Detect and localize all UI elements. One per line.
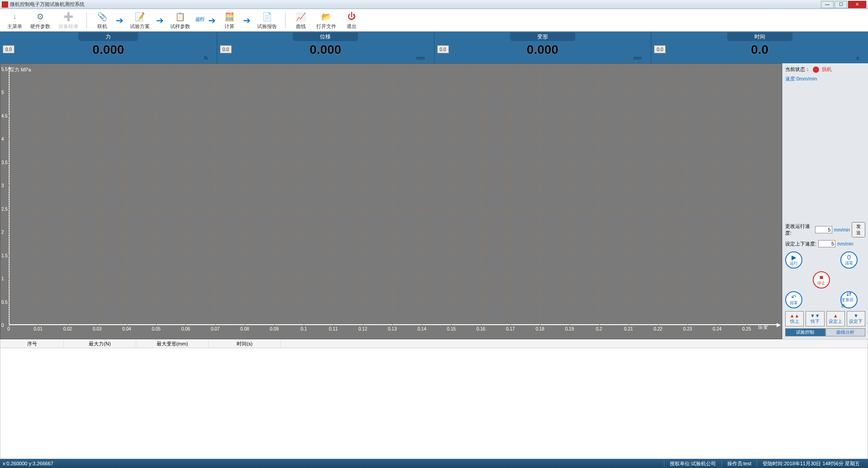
offline-icon (813, 66, 819, 73)
fast-up-button[interactable]: ▲▲快上 (785, 311, 804, 326)
x-tick: 0.21 (624, 326, 633, 331)
data-table-body[interactable] (0, 348, 868, 459)
exit-icon: ⏻ (346, 11, 358, 23)
readout-time-peak[interactable]: 0.0 (654, 45, 666, 53)
maximize-button[interactable]: ☐ (835, 1, 847, 8)
col-max-deform[interactable]: 最大变形(mm) (136, 340, 209, 348)
main-area: ▲ 应力 MPa ▶ 应变 00.511.522.533.544.555.500… (0, 63, 868, 339)
readout-deform-peak[interactable]: 0.0 (437, 45, 449, 53)
report-icon: 📄 (261, 11, 273, 23)
updown-speed-input[interactable] (818, 240, 835, 247)
set-up-button[interactable]: ▲设定上 (826, 311, 845, 326)
y-tick: 0.5 (1, 299, 8, 304)
toolbar-separator (285, 12, 286, 28)
run-speed-unit: mm/min (834, 227, 850, 232)
zero-button[interactable]: 0清零 (840, 251, 858, 269)
sample-params-label: 试样参数 (170, 23, 190, 30)
x-tick: 0.09 (270, 326, 278, 331)
x-tick: 0.2 (596, 326, 602, 331)
x-tick: 0.19 (565, 326, 574, 331)
x-tick: 0.23 (683, 326, 692, 331)
switch-button[interactable]: ⇄变形切换 (840, 291, 858, 308)
chart-grid: 00.511.522.533.544.555.500.010.020.030.0… (9, 69, 776, 325)
main-menu-icon: ↓ (9, 11, 21, 23)
home-icon: ↶ (791, 294, 796, 300)
readout-disp-peak[interactable]: 0.0 (220, 45, 232, 53)
toolbar-report[interactable]: 📄试验报告 (254, 10, 280, 31)
status-auth: 授权单位:试验机公司 (664, 460, 721, 467)
x-tick: 0.07 (211, 326, 219, 331)
calibrate-label: 设备校准 (58, 23, 78, 30)
col-max-force[interactable]: 最大力(N) (64, 340, 136, 348)
readout-strip: 力 0.0 0.000 N 位移 0.0 0.000 mm 变形 0.0 0.0… (0, 32, 868, 63)
close-button[interactable]: ✕ (848, 1, 866, 8)
toolbar-hw-params[interactable]: ⚙硬件参数 (28, 10, 53, 31)
send-button[interactable]: 发送 (852, 222, 865, 237)
readout-deform-value: 0.000 (527, 43, 558, 57)
y-tick: 4 (1, 137, 4, 142)
toolbar-compute[interactable]: 🧮计算 (219, 10, 239, 31)
col-time[interactable]: 时间(s) (209, 340, 281, 348)
y-tick: 2 (1, 230, 4, 235)
status-login: 登陆时间:2018年11月30日 14时56分 星期五 (757, 460, 865, 467)
arrow-icon: ➔ (242, 15, 252, 26)
updown-speed-unit: mm/min (837, 241, 854, 246)
toolbar-main-menu[interactable]: ↓主菜单 (5, 10, 25, 31)
toolbar: ↓主菜单⚙硬件参数➕设备校准📎联机➔📝试验方案➔📋试样参数运行➔🧮计算➔📄试验报… (0, 9, 868, 32)
double-up-icon: ▲▲ (790, 313, 800, 318)
col-index[interactable]: 序号 (0, 340, 64, 348)
readout-time-label: 时间 (727, 33, 792, 41)
statusbar: x:0.260000 y:3.266667 授权单位:试验机公司 操作员:tes… (0, 459, 868, 468)
arrow-icon: ➔ (155, 15, 165, 26)
hw-params-icon: ⚙ (34, 11, 46, 23)
fast-down-button[interactable]: ▼▼快下 (806, 311, 824, 326)
x-tick: 0.24 (713, 326, 721, 331)
x-tick: 0.08 (240, 326, 249, 331)
down-icon: ▼ (854, 313, 858, 318)
data-table-header: 序号 最大力(N) 最大变形(mm) 时间(s) (0, 339, 868, 348)
x-tick: 0.1 (300, 326, 307, 331)
toolbar-calibrate: ➕设备校准 (56, 10, 81, 31)
run-button[interactable]: ▶运行 (785, 251, 802, 269)
x-tick: 0.15 (447, 326, 456, 331)
open-file-icon: 📂 (320, 11, 332, 23)
toolbar-test-plan[interactable]: 📝试验方案 (127, 10, 153, 31)
chart-area[interactable]: ▲ 应力 MPa ▶ 应变 00.511.522.533.544.555.500… (0, 63, 782, 339)
toolbar-curve[interactable]: 📈曲线 (291, 10, 311, 31)
side-panel: 当前状态： 脱机 速度:0mm/min 更改运行速度: mm/min 发送 设定… (782, 63, 868, 339)
zero-icon: 0 (847, 254, 851, 260)
sample-params-icon: 📋 (174, 11, 186, 23)
y-tick: 0 (1, 323, 4, 328)
toolbar-exit[interactable]: ⏻退出 (342, 10, 362, 31)
readout-disp-unit: mm (416, 55, 424, 61)
x-tick: 0.18 (535, 326, 544, 331)
tab-test-control[interactable]: 试验控制 (785, 328, 825, 336)
test-plan-label: 试验方案 (130, 23, 150, 30)
status-coords: x:0.260000 y:3.266667 (3, 461, 53, 466)
readout-force-unit: N (204, 55, 208, 61)
home-button[interactable]: ↶回零 (785, 291, 802, 308)
stop-icon: ■ (820, 274, 823, 280)
open-file-label: 打开文件 (316, 23, 336, 30)
x-tick: 0.12 (358, 326, 367, 331)
x-tick: 0.05 (152, 326, 160, 331)
y-tick: 3 (1, 183, 4, 188)
toolbar-sample-params[interactable]: 📋试样参数 (167, 10, 193, 31)
run-speed-input[interactable] (815, 226, 832, 233)
minimize-button[interactable]: — (821, 1, 834, 8)
x-tick: 0.13 (388, 326, 396, 331)
toolbar-open-file[interactable]: 📂打开文件 (314, 10, 339, 31)
readout-time-unit: s (857, 55, 859, 61)
set-down-button[interactable]: ▼设定下 (847, 311, 865, 326)
stop-button[interactable]: ■停止 (813, 271, 830, 288)
calibrate-icon: ➕ (62, 11, 74, 23)
compute-label: 计算 (224, 23, 234, 30)
tab-curve-analysis[interactable]: 曲线分析 (825, 328, 866, 336)
toolbar-connect[interactable]: 📎联机 (92, 10, 112, 31)
readout-force-peak[interactable]: 0.0 (3, 45, 14, 53)
curve-label: 曲线 (296, 23, 306, 30)
x-tick: 0.17 (506, 326, 515, 331)
x-tick: 0.02 (63, 326, 72, 331)
y-tick: 5 (1, 90, 4, 95)
report-label: 试验报告 (257, 23, 277, 30)
